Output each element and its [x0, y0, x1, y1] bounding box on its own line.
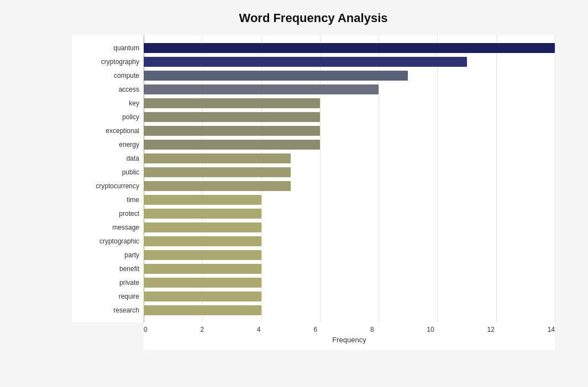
bar-row	[144, 289, 555, 303]
bar	[144, 43, 555, 53]
bar-row	[144, 124, 555, 137]
y-label: public	[72, 165, 144, 179]
bar-row	[144, 110, 555, 124]
y-label: research	[72, 303, 144, 317]
bar	[144, 264, 261, 274]
x-tick: 4	[257, 326, 261, 333]
bar	[144, 126, 320, 136]
bar	[144, 112, 320, 122]
bar	[144, 305, 261, 315]
chart-container: Word Frequency Analysis quantumcryptogra…	[0, 0, 588, 387]
bar	[144, 98, 320, 108]
y-label: compute	[72, 68, 144, 82]
bar-row	[144, 96, 555, 110]
chart-area: quantumcryptographycomputeaccesskeypolic…	[72, 35, 555, 350]
bar	[144, 84, 379, 94]
bar-row	[144, 137, 555, 151]
y-label: cryptographic	[72, 234, 144, 248]
y-label: private	[72, 275, 144, 289]
y-label: exceptional	[72, 124, 144, 137]
bar-row	[144, 179, 555, 193]
x-ticks-row: 02468101214	[144, 322, 555, 333]
bar	[144, 195, 261, 205]
bar	[144, 140, 320, 150]
y-label: cryptography	[72, 55, 144, 68]
bar-row	[144, 82, 555, 96]
grid-line	[555, 35, 555, 322]
y-label: quantum	[72, 41, 144, 55]
y-label: policy	[72, 110, 144, 124]
y-label: access	[72, 82, 144, 96]
bar	[144, 167, 291, 177]
bar	[144, 278, 261, 288]
y-label: cryptocurrency	[72, 179, 144, 193]
bar	[144, 222, 261, 232]
y-label: energy	[72, 137, 144, 151]
y-label: party	[72, 248, 144, 262]
y-label: time	[72, 193, 144, 206]
x-tick: 6	[313, 326, 317, 333]
bar	[144, 250, 261, 260]
x-tick: 2	[200, 326, 204, 333]
x-axis: 02468101214Frequency	[144, 322, 555, 350]
bar-row	[144, 303, 555, 317]
x-axis-title: Frequency	[144, 336, 555, 344]
bar-row	[144, 275, 555, 289]
x-tick: 0	[144, 326, 148, 333]
y-label: protect	[72, 206, 144, 220]
x-tick: 14	[548, 326, 555, 333]
bar	[144, 57, 467, 67]
bar-row	[144, 262, 555, 275]
chart-title: Word Frequency Analysis	[72, 11, 555, 25]
bar-row	[144, 55, 555, 68]
bar-row	[144, 220, 555, 234]
bar	[144, 209, 261, 219]
bar-row	[144, 206, 555, 220]
bar-row	[144, 248, 555, 262]
bar-row	[144, 193, 555, 206]
bar-row	[144, 234, 555, 248]
y-labels: quantumcryptographycomputeaccesskeypolic…	[72, 35, 144, 322]
x-tick: 10	[427, 326, 434, 333]
y-label: key	[72, 96, 144, 110]
bar	[144, 236, 261, 246]
bar	[144, 181, 291, 191]
bar-row	[144, 151, 555, 165]
bar	[144, 153, 291, 163]
bar-row	[144, 165, 555, 179]
y-label: data	[72, 151, 144, 165]
y-label: benefit	[72, 262, 144, 275]
x-tick: 12	[487, 326, 494, 333]
bar-row	[144, 41, 555, 55]
y-label: require	[72, 289, 144, 303]
y-label: message	[72, 220, 144, 234]
bars-area	[144, 35, 555, 322]
bar	[144, 291, 261, 301]
bar-row	[144, 68, 555, 82]
x-tick: 8	[370, 326, 374, 333]
bar	[144, 71, 408, 81]
